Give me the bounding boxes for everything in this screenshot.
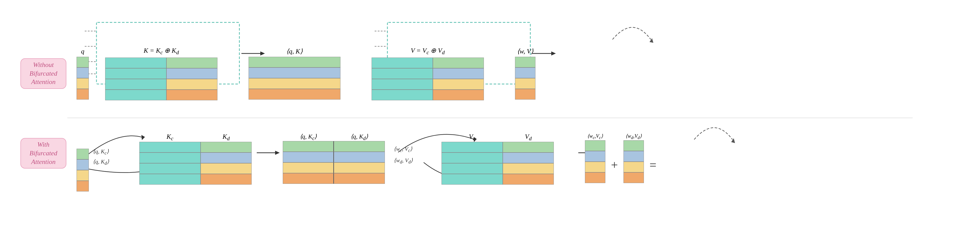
kc-label-with: Kc (139, 133, 200, 142)
qk-block-without (248, 57, 340, 99)
qkc-block-with (283, 141, 334, 184)
qk-label-without: ⟨q, K⟩ (286, 47, 302, 55)
q-block-with (76, 149, 89, 191)
qkc-label-with: ⟨q, Kc⟩ (283, 133, 334, 141)
annotation-qkd: ⟨q, Kd⟩ (93, 158, 109, 166)
k-block-with (139, 142, 251, 185)
qk-block-with (283, 141, 385, 184)
q-label-without: q (81, 47, 84, 55)
annotation-qkc: ⟨q, Kc⟩ (93, 148, 109, 156)
vd-block-with (503, 142, 554, 185)
v-labels-with: Vc Vd (442, 133, 554, 142)
divider (67, 118, 913, 118)
label-with-text: WithBifurcatedAttention (30, 140, 57, 166)
v-matrix-with: Vc Vd (442, 133, 554, 185)
vc-label-with: Vc (442, 133, 503, 142)
v-label-without: V = Vc ⊕ Vd (410, 47, 445, 56)
k-matrix-with: Kc Kd (139, 133, 251, 185)
annotation-area-1: ⟨q, Kc⟩ ⟨q, Kd⟩ (90, 133, 136, 176)
qkd-label-with: ⟨q, Kd⟩ (334, 133, 385, 141)
diagram-container: WithoutBifurcatedAttention q K = Kc ⊕ Kd (0, 0, 980, 235)
plus-sign: + (611, 158, 618, 172)
row-without: WithoutBifurcatedAttention q K = Kc ⊕ Kd (21, 47, 959, 100)
wcvc-label-with: ⟨wc,Vc⟩ (585, 133, 605, 140)
k-labels-with: Kc Kd (139, 133, 251, 142)
kc-block-with (139, 142, 200, 185)
wdvd-label-with: ⟨wd,Vd⟩ (624, 133, 644, 140)
q-matrix-with: q (76, 140, 89, 191)
wdvd-block-with (624, 140, 644, 183)
qk-matrix-with: ⟨q, Kc⟩ ⟨q, Kd⟩ (283, 133, 385, 184)
k-color-without (166, 58, 218, 100)
v-teal-without (372, 58, 433, 100)
annotation-wcvc: ⟨wc, Vc⟩ (394, 146, 412, 153)
equals-sign: = (649, 158, 656, 172)
kd-label-with: Kd (200, 133, 251, 142)
wcvc-labels-with: ⟨wc,Vc⟩ (585, 133, 605, 140)
v-block-with (442, 142, 554, 185)
q-matrix-without: q (76, 47, 89, 99)
annotation-area-2: ⟨wc, Vc⟩ ⟨wd, Vd⟩ (393, 133, 438, 176)
wdvd-labels-with: ⟨wd,Vd⟩ (624, 133, 644, 140)
wv-block-without (515, 57, 535, 99)
label-without: WithoutBifurcatedAttention (21, 58, 66, 89)
v-color-without (433, 58, 484, 100)
vd-label-with: Vd (503, 133, 554, 142)
k-teal-without (105, 58, 166, 100)
svg-marker-14 (649, 38, 653, 43)
vc-block-with (442, 142, 503, 185)
qk-labels-with: ⟨q, Kc⟩ ⟨q, Kd⟩ (283, 133, 385, 141)
wcvc-block-with (585, 140, 605, 183)
label-with: WithBifurcatedAttention (21, 138, 66, 169)
v-matrix-without: V = Vc ⊕ Vd (372, 47, 484, 100)
wv-label-without: ⟨w, V⟩ (517, 47, 533, 55)
row-with: WithBifurcatedAttention q ⟨q, Kc⟩ ⟨q, Kd… (21, 133, 959, 191)
k-label-without: K = Kc ⊕ Kd (144, 47, 179, 56)
qkd-block-with (334, 141, 385, 184)
wcvc-matrix-with: ⟨wc,Vc⟩ (585, 133, 605, 183)
k-block-without (105, 58, 218, 100)
wdvd-matrix-with: ⟨wd,Vd⟩ (624, 133, 644, 183)
qk-matrix-without: ⟨q, K⟩ (248, 47, 340, 99)
annotation-wdvd: ⟨wd, Vd⟩ (394, 157, 413, 165)
kd-block-with (200, 142, 251, 185)
k-matrix-without: K = Kc ⊕ Kd (105, 47, 218, 100)
label-without-text: WithoutBifurcatedAttention (30, 61, 57, 86)
q-block-without (76, 57, 89, 99)
wv-matrix-without: ⟨w, V⟩ (515, 47, 535, 99)
v-block-without (372, 58, 484, 100)
